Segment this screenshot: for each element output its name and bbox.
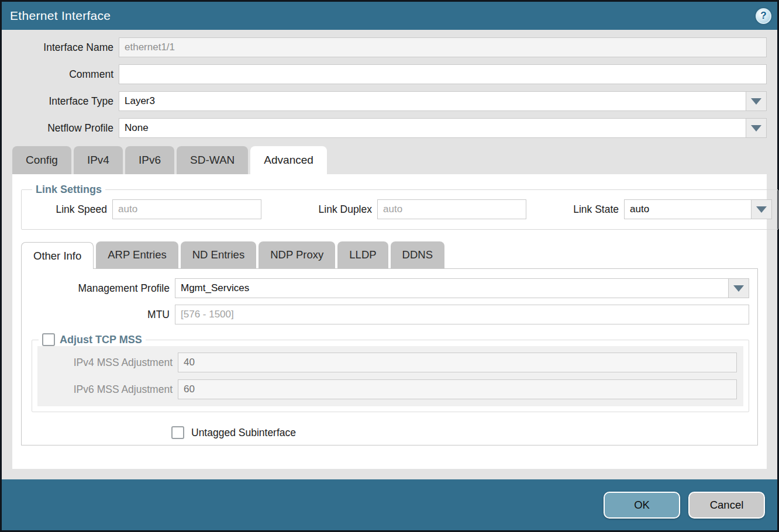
interface-type-value[interactable]: [119, 91, 746, 111]
management-profile-dropdown-button[interactable]: [728, 278, 749, 298]
link-state-label: Link State: [563, 203, 624, 216]
chevron-down-icon: [733, 285, 744, 292]
mtu-row: MTU: [22, 305, 749, 324]
ipv6-mss-input: [178, 379, 737, 399]
chevron-down-icon: [756, 206, 767, 213]
ethernet-interface-dialog: Ethernet Interface ? Interface Name Comm…: [0, 0, 779, 532]
untagged-subinterface-label: Untagged Subinterface: [191, 427, 296, 439]
chevron-down-icon: [751, 125, 761, 132]
management-profile-dropdown[interactable]: [175, 278, 749, 298]
tab-nd-entries[interactable]: ND Entries: [181, 241, 256, 268]
link-state-dropdown-button[interactable]: [751, 199, 772, 219]
mtu-input[interactable]: [175, 305, 749, 324]
link-state-group: Link State: [526, 199, 772, 219]
cancel-button[interactable]: Cancel: [688, 492, 765, 519]
ipv4-mss-label: IPv4 MSS Adjustment: [37, 357, 178, 369]
ipv6-mss-row: IPv6 MSS Adjustment: [37, 379, 737, 399]
dialog-title: Ethernet Interface: [10, 9, 111, 23]
ipv4-mss-row: IPv4 MSS Adjustment: [37, 353, 737, 372]
adjust-tcp-mss-fieldset: Adjust TCP MSS IPv4 MSS Adjustment IPv6 …: [32, 333, 749, 412]
inner-tab-strip: Other Info ARP Entries ND Entries NDP Pr…: [21, 241, 758, 268]
tab-lldp[interactable]: LLDP: [337, 241, 388, 268]
comment-label: Comment: [12, 68, 119, 81]
management-profile-label: Management Profile: [22, 282, 175, 295]
link-speed-input[interactable]: [112, 199, 261, 219]
mss-disabled-section: IPv4 MSS Adjustment IPv6 MSS Adjustment: [37, 346, 743, 406]
mtu-label: MTU: [22, 309, 175, 321]
link-state-value[interactable]: [624, 199, 751, 219]
netflow-profile-dropdown-button[interactable]: [746, 118, 767, 138]
netflow-profile-dropdown[interactable]: [119, 118, 767, 138]
tab-ndp-proxy[interactable]: NDP Proxy: [258, 241, 335, 268]
management-profile-row: Management Profile: [22, 278, 749, 298]
ok-button[interactable]: OK: [604, 492, 680, 519]
tab-ipv4[interactable]: IPv4: [74, 146, 123, 174]
interface-name-label: Interface Name: [12, 42, 119, 54]
footer-bar: OK Cancel: [2, 479, 777, 530]
management-profile-value[interactable]: [175, 278, 728, 298]
link-settings-fieldset: Link Settings Link Speed Link Duplex Lin…: [21, 184, 778, 230]
tab-arp-entries[interactable]: ARP Entries: [96, 241, 178, 268]
title-bar: Ethernet Interface ?: [2, 2, 777, 30]
netflow-profile-value[interactable]: [119, 118, 746, 138]
advanced-tab-panel: Link Settings Link Speed Link Duplex Lin…: [12, 174, 767, 469]
ipv4-mss-input: [178, 353, 737, 372]
netflow-profile-row: Netflow Profile: [12, 118, 767, 138]
interface-type-dropdown-button[interactable]: [746, 91, 767, 111]
tab-ipv6[interactable]: IPv6: [125, 146, 174, 174]
help-icon[interactable]: ?: [756, 8, 771, 24]
tab-sd-wan[interactable]: SD-WAN: [177, 146, 248, 174]
tab-other-info[interactable]: Other Info: [21, 242, 94, 269]
top-form: Interface Name Comment Interface Type: [2, 30, 777, 145]
link-speed-group: Link Speed: [27, 199, 261, 219]
tab-advanced[interactable]: Advanced: [250, 146, 327, 174]
interface-type-row: Interface Type: [12, 91, 767, 111]
tab-ddns[interactable]: DDNS: [391, 241, 444, 268]
comment-input[interactable]: [119, 64, 767, 84]
link-duplex-label: Link Duplex: [289, 203, 377, 216]
adjust-tcp-mss-legend-text: Adjust TCP MSS: [60, 334, 142, 346]
interface-name-input: [119, 37, 767, 57]
main-tab-strip: Config IPv4 IPv6 SD-WAN Advanced: [2, 146, 777, 174]
untagged-subinterface-row: Untagged Subinterface: [171, 426, 749, 439]
interface-type-label: Interface Type: [12, 95, 119, 108]
other-info-panel: Management Profile MTU: [21, 268, 758, 445]
interface-type-dropdown[interactable]: [119, 91, 767, 111]
ipv6-mss-label: IPv6 MSS Adjustment: [37, 384, 178, 396]
chevron-down-icon: [751, 98, 761, 105]
netflow-profile-label: Netflow Profile: [12, 122, 119, 134]
footer-gap: [2, 469, 777, 479]
link-duplex-input[interactable]: [377, 199, 526, 219]
interface-name-row: Interface Name: [12, 37, 767, 57]
tab-config[interactable]: Config: [12, 146, 71, 174]
link-speed-label: Link Speed: [27, 203, 112, 216]
link-state-dropdown[interactable]: [624, 199, 772, 219]
untagged-subinterface-checkbox[interactable]: [171, 426, 184, 439]
link-duplex-group: Link Duplex: [261, 199, 526, 219]
link-settings-legend: Link Settings: [32, 184, 105, 196]
adjust-tcp-mss-legend: Adjust TCP MSS: [39, 333, 146, 346]
adjust-tcp-mss-checkbox[interactable]: [42, 333, 55, 346]
comment-row: Comment: [12, 64, 767, 84]
